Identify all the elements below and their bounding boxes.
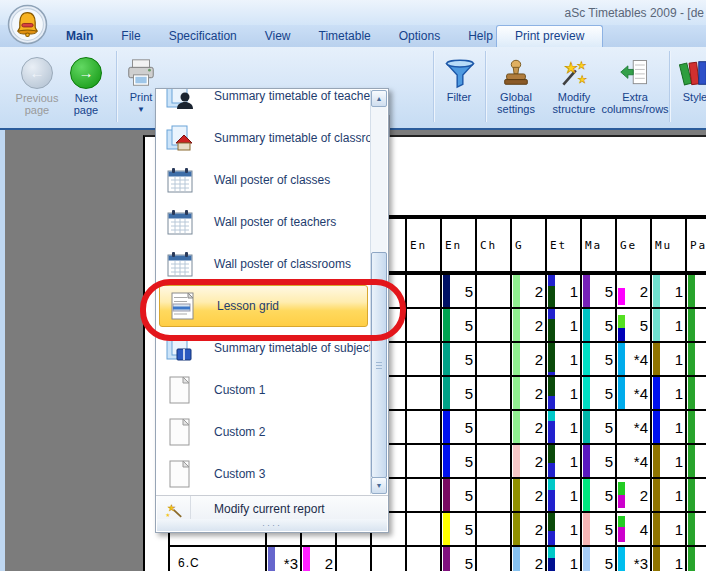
extra-columns-rows-button[interactable]: Extra columns/rows [602,57,668,115]
table-cell [687,547,706,571]
table-header-cell: Mu [652,219,687,271]
lesson-count-value: 1 [570,547,578,571]
dropdown-item-label: Custom 2 [214,425,265,439]
dropdown-item-summary-timetable-of-teachers[interactable]: Summary timetable of teachers [157,89,370,117]
subject-color-bar [618,377,625,409]
subject-color-bar [548,558,555,571]
modify-structure-label: Modify structure [546,91,602,115]
tab-print-preview[interactable]: Print preview [496,25,603,47]
scroll-down-button[interactable]: ▼ [371,477,387,494]
subject-color-bar [513,343,520,375]
table-cell: 1 [547,309,582,341]
next-page-button[interactable]: → Next page [62,57,110,116]
subject-color-bar [653,275,660,307]
table-cell: 2 [617,479,652,511]
global-settings-button[interactable]: Global settings [488,57,544,115]
dropdown-item-wall-poster-of-classes[interactable]: Wall poster of classes [157,159,370,201]
lesson-count-value: 2 [535,513,543,545]
subject-color-bar [618,495,625,508]
lesson-count-value: 2 [535,377,543,409]
dropdown-item-label: Wall poster of teachers [214,215,336,229]
table-cell [477,547,512,571]
lesson-count-value: 5 [465,275,473,307]
lesson-count-value: 2 [535,479,543,511]
scrollbar[interactable]: ▲ ▼ [370,90,387,494]
table-cell [687,377,706,409]
lesson-count-value: 1 [570,377,578,409]
app-logo-button[interactable] [7,4,48,45]
table-cell: 1 [652,547,687,571]
table-cell [687,479,706,511]
subject-color-bar [548,513,555,531]
table-cell [372,547,407,571]
subject-color-bar [443,411,450,443]
dropdown-item-wall-poster-of-teachers[interactable]: Wall poster of teachers [157,201,370,243]
table-cell [407,513,442,545]
table-cell [687,275,706,307]
subject-color-bar [688,479,695,511]
dropdown-item-custom-1[interactable]: Custom 1 [157,369,370,411]
pages-book-icon [165,333,195,363]
subject-color-bar [653,377,660,409]
lesson-count-value: 5 [605,377,613,409]
dropdown-item-custom-2[interactable]: Custom 2 [157,411,370,453]
dropdown-item-summary-timetable-of-classrooms[interactable]: Summary timetable of classrooms [157,117,370,159]
table-cell: 2 [512,513,547,545]
table-cell [477,411,512,443]
modify-structure-button[interactable]: ★ ★ ★ Modify structure [546,57,602,115]
subject-color-bar [513,479,520,511]
dropdown-item-custom-3[interactable]: Custom 3 [157,453,370,495]
calendar-icon [165,165,195,195]
lesson-count-value: 5 [605,309,613,341]
lesson-count-value: 1 [675,547,683,571]
dropdown-item-lesson-grid[interactable]: Lesson grid [159,285,368,327]
subject-color-bar [443,479,450,511]
style-button[interactable]: Style [672,57,706,103]
table-cell: 1 [652,445,687,477]
table-cell: *4 [617,445,652,477]
lesson-count-value: 2 [535,445,543,477]
table-cell: 2 [512,411,547,443]
menu-item-timetable[interactable]: Timetable [305,29,385,43]
menu-item-specification[interactable]: Specification [155,29,251,43]
dropdown-item-summary-timetable-of-subjects[interactable]: Summary timetable of subjects [157,327,370,369]
menu-item-options[interactable]: Options [385,29,454,43]
table-header-cell: G [512,219,547,271]
table-cell: 4 [617,513,652,545]
tab-row: MainFileSpecificationViewTimetableOption… [0,25,706,47]
resize-grip[interactable]: ···· [157,519,387,531]
table-cell: 1 [652,377,687,409]
subject-color-bar [513,275,520,307]
table-cell [687,411,706,443]
subject-color-bar [618,315,625,328]
table-cell: 5 [582,275,617,307]
subject-color-bar [443,309,450,341]
menu-item-main[interactable]: Main [52,29,107,43]
lesson-count-value: 5 [640,309,648,341]
lesson-count-value: 1 [570,275,578,307]
filter-button[interactable]: Filter [436,57,482,103]
previous-page-button[interactable]: ← Previous page [10,57,64,116]
subject-color-bar [513,513,520,545]
svg-text:★: ★ [578,73,588,85]
table-cell: 1 [652,309,687,341]
subject-color-bar [548,421,555,443]
menu-item-file[interactable]: File [107,29,154,43]
table-cell [407,411,442,443]
subject-color-bar [653,309,660,341]
dropdown-item-wall-poster-of-classrooms[interactable]: Wall poster of classrooms [157,243,370,285]
table-cell: 1 [547,411,582,443]
subject-color-bar [653,513,660,545]
table-cell: 5 [582,343,617,375]
modify-current-report-button[interactable]: ★★ Modify current report [157,496,387,521]
scroll-up-button[interactable]: ▲ [371,90,387,107]
subject-color-bar [443,377,450,409]
table-cell [477,479,512,511]
table-cell: *4 [617,343,652,375]
table-cell: 5 [582,377,617,409]
subject-color-bar [583,513,590,545]
scrollbar-thumb[interactable] [371,252,387,478]
lesson-count-value: 5 [465,309,473,341]
table-cell [477,275,512,307]
menu-item-view[interactable]: View [251,29,305,43]
